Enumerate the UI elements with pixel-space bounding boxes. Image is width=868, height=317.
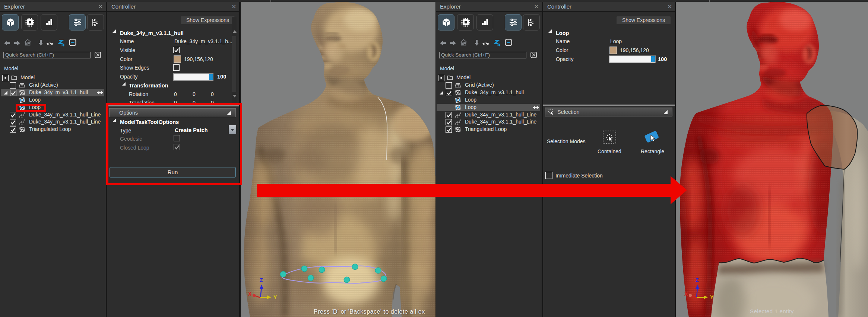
svg-text:X: X <box>248 291 252 297</box>
svg-text:Y: Y <box>273 294 277 300</box>
svg-text:Z: Z <box>696 277 699 283</box>
svg-text:Z: Z <box>260 277 263 283</box>
svg-text:X: X <box>684 291 688 297</box>
svg-text:Y: Y <box>710 294 714 300</box>
